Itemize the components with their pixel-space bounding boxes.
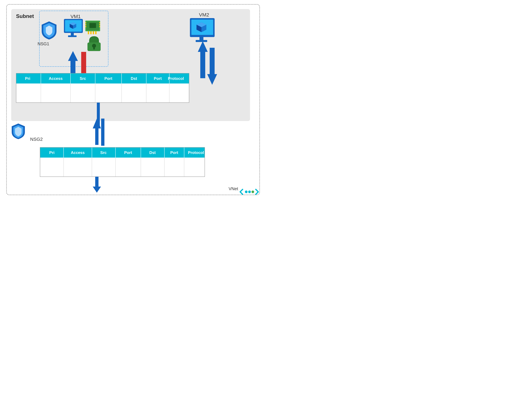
vm1-box [39, 11, 108, 67]
diagram-container: Subnet VM1 NSG1 [6, 4, 260, 195]
subnet-label: Subnet [16, 13, 34, 19]
